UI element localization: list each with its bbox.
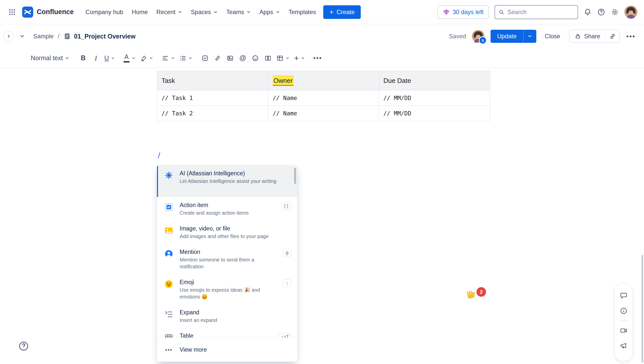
task-checkbox-button[interactable] <box>199 51 211 65</box>
highlighter-icon <box>140 55 147 62</box>
table-cell[interactable]: // Task 1 <box>157 90 268 106</box>
nav-home[interactable]: Home <box>127 6 152 19</box>
insert-image-button[interactable] <box>224 51 236 65</box>
user-avatar[interactable] <box>624 6 637 19</box>
table-header-cell[interactable]: Due Date <box>379 71 490 90</box>
alignment-button[interactable] <box>159 51 177 65</box>
nav-spaces[interactable]: Spaces <box>187 6 222 19</box>
insert-table-button[interactable] <box>274 51 292 65</box>
page-title: 01_Project Overview <box>74 33 136 40</box>
emoji-button[interactable] <box>249 51 262 65</box>
chevron-down-icon <box>132 56 136 60</box>
slash-menu-item-media[interactable]: Image, video, or file Add images and oth… <box>157 220 297 244</box>
update-button[interactable]: Update <box>491 30 523 43</box>
nav-teams[interactable]: Teams <box>222 6 255 19</box>
text-style-dropdown[interactable]: Normal text <box>27 51 73 65</box>
nav-recent[interactable]: Recent <box>152 6 186 19</box>
chevron-down-icon <box>213 10 218 14</box>
table-header-cell[interactable]: Owner <box>268 71 379 90</box>
copy-link-icon[interactable] <box>606 30 620 43</box>
confluence-logo-icon <box>22 7 33 18</box>
editor-content[interactable]: Task Owner Due Date // Task 1 // Name //… <box>0 68 644 364</box>
slash-menu-item-ai[interactable]: AI (Atlassian Intelligence) Let Atlassia… <box>157 165 297 197</box>
chevron-down-icon <box>286 56 290 60</box>
expand-icon <box>164 309 174 320</box>
more-actions-icon[interactable]: ••• <box>624 30 637 43</box>
update-split-button: Update <box>491 30 536 43</box>
nav-company-hub[interactable]: Company hub <box>81 6 127 19</box>
collaborator-avatar[interactable]: S <box>472 30 485 43</box>
help-fab-icon[interactable] <box>18 340 30 352</box>
table-cell[interactable]: // Name <box>268 90 379 106</box>
breadcrumb-space-link[interactable]: Sample <box>33 33 54 40</box>
page-actions: Saved S Update Close <box>449 30 637 43</box>
update-dropdown-chevron-icon[interactable] <box>523 30 536 43</box>
mention-person-icon <box>164 249 174 259</box>
settings-gear-icon[interactable] <box>611 8 619 16</box>
slash-menu-view-more[interactable]: ••• View more <box>157 338 297 362</box>
highlight-color-button[interactable] <box>138 51 155 65</box>
page-header-bar: Sample / 01_Project Overview Saved <box>0 24 644 48</box>
slash-menu-list: AI (Atlassian Intelligence) Let Atlassia… <box>157 165 297 338</box>
share-button[interactable]: Share <box>570 30 605 43</box>
info-icon[interactable] <box>617 305 630 317</box>
chevron-down-icon <box>275 10 280 14</box>
table-row: // Task 1 // Name // MM/DD <box>157 90 490 106</box>
table-cell[interactable]: // MM/DD <box>379 106 490 121</box>
table-cell[interactable]: // Task 2 <box>157 106 268 121</box>
video-camera-icon[interactable] <box>617 324 630 337</box>
shortcut-badge: @ <box>283 249 291 257</box>
layout-columns-button[interactable] <box>262 51 274 65</box>
table-header-cell[interactable]: Task <box>157 71 268 90</box>
list-button[interactable] <box>177 51 195 65</box>
table-cell[interactable]: // MM/DD <box>379 90 490 106</box>
close-button[interactable]: Close <box>541 30 564 43</box>
search-input[interactable] <box>507 9 574 16</box>
ai-sparkle-icon <box>164 170 174 181</box>
slash-menu-item-emoji[interactable]: Emoji Use emojis to express ideas 🎉 and … <box>157 274 297 304</box>
slash-menu-item-mention[interactable]: Mention Mention someone to send them a n… <box>157 244 297 274</box>
table-cell[interactable]: // Name <box>268 106 379 121</box>
slash-command-menu: AI (Atlassian Intelligence) Let Atlassia… <box>157 165 297 362</box>
lock-icon <box>575 33 581 40</box>
divider <box>620 320 627 321</box>
trial-days-left-button[interactable]: 30 days left <box>437 5 489 19</box>
underline-more-button[interactable]: U <box>102 51 117 65</box>
bullet-list-icon <box>179 55 186 62</box>
nav-templates[interactable]: Templates <box>284 6 320 19</box>
italic-button[interactable]: I <box>90 51 102 65</box>
megaphone-feedback-icon[interactable] <box>617 339 630 352</box>
share-group: Share <box>569 30 620 43</box>
slash-menu-item-table[interactable]: Table ⇧⌥T <box>157 328 297 338</box>
mention-button[interactable]: @ <box>236 51 249 65</box>
create-button[interactable]: + Create <box>323 5 360 19</box>
chevron-down-icon <box>65 56 69 60</box>
app-switcher-icon[interactable] <box>6 6 18 18</box>
menu-scrollbar-thumb[interactable] <box>294 168 296 184</box>
toolbar-overflow-icon[interactable]: ••• <box>311 51 325 65</box>
columns-icon <box>264 55 271 62</box>
chevron-down-icon <box>178 10 182 14</box>
chevron-down-icon <box>301 56 305 60</box>
comments-icon[interactable] <box>617 289 630 302</box>
table-icon <box>276 55 284 62</box>
bold-button[interactable]: B <box>77 51 90 65</box>
expand-sidebar-icon[interactable] <box>4 31 14 42</box>
slash-menu-item-expand[interactable]: Expand Insert an expand <box>157 304 297 328</box>
insert-more-button[interactable]: + <box>292 51 307 65</box>
page-document-icon <box>63 32 71 40</box>
plus-icon: + <box>329 9 333 16</box>
page-scrollbar-thumb[interactable] <box>641 255 643 363</box>
table-grid-icon <box>164 333 174 338</box>
breadcrumb-chevron-down-icon[interactable] <box>17 31 27 41</box>
selection-indicator <box>157 165 158 197</box>
shortcut-badge: : <box>283 279 291 287</box>
chevron-down-icon <box>246 10 251 14</box>
text-color-button[interactable]: A <box>121 51 138 65</box>
right-tools-panel <box>614 283 633 361</box>
slash-menu-item-action-item[interactable]: Action item Create and assign action ite… <box>157 197 297 220</box>
notifications-bell-icon[interactable] <box>584 8 592 16</box>
help-icon[interactable] <box>597 8 605 16</box>
nav-apps[interactable]: Apps <box>255 6 284 19</box>
insert-link-button[interactable] <box>211 51 224 65</box>
